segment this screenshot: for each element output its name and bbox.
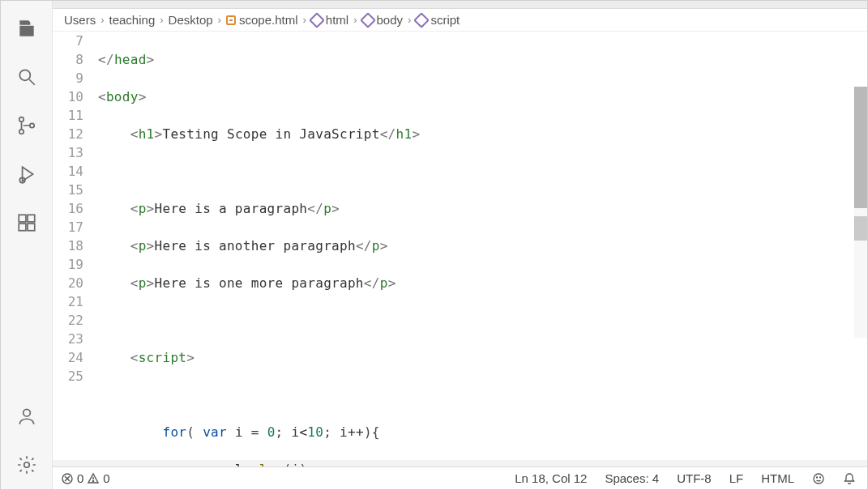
breadcrumb-label: Desktop <box>169 13 213 27</box>
svg-rect-9 <box>19 224 26 231</box>
line-number: 23 <box>53 330 83 348</box>
svg-point-3 <box>19 130 23 134</box>
line-number: 25 <box>53 367 83 386</box>
error-count[interactable]: 0 <box>77 471 83 485</box>
status-bar: 0 0 Ln 18, Col 12 Spaces: 4 UTF-8 LF HTM… <box>53 467 867 489</box>
code-line <box>98 386 867 404</box>
run-debug-icon[interactable] <box>7 155 46 194</box>
line-number: 12 <box>53 125 83 143</box>
warning-count[interactable]: 0 <box>103 471 109 485</box>
chevron-right-icon: › <box>160 14 163 26</box>
encoding[interactable]: UTF-8 <box>677 471 712 485</box>
file-html-icon <box>226 15 236 25</box>
explorer-icon[interactable] <box>7 9 46 48</box>
svg-point-19 <box>817 477 818 478</box>
notifications-icon[interactable] <box>843 472 856 485</box>
line-number: 10 <box>53 87 83 106</box>
svg-rect-8 <box>28 215 35 222</box>
chevron-right-icon: › <box>303 14 306 26</box>
svg-point-18 <box>814 474 823 484</box>
settings-gear-icon[interactable] <box>7 445 46 484</box>
svg-point-20 <box>820 477 821 478</box>
breadcrumb-label: Users <box>64 13 96 27</box>
scrollbar-track[interactable] <box>854 87 867 338</box>
breadcrumb-label: script <box>430 13 460 27</box>
chevron-right-icon: › <box>100 14 104 26</box>
line-number: 24 <box>53 348 83 367</box>
line-number: 22 <box>53 311 83 330</box>
main-column: Users › teaching › Desktop › scope.html … <box>53 1 867 489</box>
line-number: 17 <box>53 218 83 236</box>
breadcrumb-segment[interactable]: html <box>311 13 348 27</box>
code-line: <p>Here is another paragraph</p> <box>98 236 867 255</box>
line-number-gutter: 7 8 9 10 11 12 13 14 15 16 17 18 19 20 2… <box>53 32 98 467</box>
breadcrumb-segment[interactable]: Users <box>64 13 96 27</box>
line-number: 7 <box>53 32 83 50</box>
error-icon[interactable] <box>61 472 74 485</box>
svg-point-17 <box>93 480 94 481</box>
extensions-icon[interactable] <box>7 203 46 242</box>
warning-icon[interactable] <box>87 472 100 485</box>
code-line: for( var i = 0; i<10; i++){ <box>98 423 867 441</box>
svg-point-12 <box>24 462 29 468</box>
line-number: 15 <box>53 181 83 199</box>
breadcrumb[interactable]: Users › teaching › Desktop › scope.html … <box>53 9 867 32</box>
symbol-icon <box>309 12 325 28</box>
code-line: <body> <box>98 87 867 106</box>
svg-line-1 <box>29 79 35 85</box>
scrollbar-thumb[interactable] <box>854 87 867 208</box>
tab-strip[interactable] <box>53 1 867 9</box>
breadcrumb-label: html <box>326 13 348 27</box>
svg-rect-7 <box>19 215 26 222</box>
symbol-icon <box>414 12 430 28</box>
line-number: 18 <box>53 236 83 255</box>
symbol-icon <box>360 12 376 28</box>
code-line: <h1>Testing Scope in JavaScript</h1> <box>98 125 867 143</box>
line-number: 13 <box>53 143 83 162</box>
code-area[interactable]: </head> <body> <h1>Testing Scope in Java… <box>98 32 867 467</box>
line-number: 9 <box>53 69 83 87</box>
line-number: 8 <box>53 50 83 69</box>
code-line: <script> <box>98 348 867 367</box>
indentation[interactable]: Spaces: 4 <box>605 471 659 485</box>
line-number: 21 <box>53 292 83 311</box>
breadcrumb-label: teaching <box>109 13 156 27</box>
code-line <box>98 311 867 330</box>
line-number: 11 <box>53 106 83 125</box>
search-icon[interactable] <box>7 58 46 96</box>
line-number: 19 <box>53 255 83 274</box>
svg-point-4 <box>29 123 33 127</box>
breadcrumb-segment[interactable]: scope.html <box>226 13 298 27</box>
chevron-right-icon: › <box>218 14 221 26</box>
code-line <box>98 162 867 181</box>
svg-rect-10 <box>28 224 35 231</box>
activity-bar <box>1 1 53 489</box>
scrollbar-thumb[interactable] <box>854 216 867 241</box>
chevron-right-icon: › <box>408 14 411 26</box>
line-number: 20 <box>53 274 83 292</box>
eol[interactable]: LF <box>729 471 744 485</box>
code-line: </head> <box>98 50 867 69</box>
code-line: <p>Here is one more paragraph</p> <box>98 274 867 292</box>
account-icon[interactable] <box>7 397 46 436</box>
breadcrumb-segment[interactable]: body <box>362 13 404 27</box>
feedback-icon[interactable] <box>812 472 825 485</box>
breadcrumb-segment[interactable]: teaching <box>109 13 156 27</box>
code-editor[interactable]: 7 8 9 10 11 12 13 14 15 16 17 18 19 20 2… <box>53 32 867 467</box>
breadcrumb-label: scope.html <box>239 13 298 27</box>
cursor-position[interactable]: Ln 18, Col 12 <box>515 471 587 485</box>
code-line: <p>Here is a paragraph</p> <box>98 199 867 218</box>
language-mode[interactable]: HTML <box>761 471 794 485</box>
svg-point-11 <box>23 409 30 416</box>
source-control-icon[interactable] <box>7 106 46 145</box>
svg-point-2 <box>19 117 23 121</box>
editor-window: Users › teaching › Desktop › scope.html … <box>0 0 868 490</box>
breadcrumb-segment[interactable]: Desktop <box>169 13 213 27</box>
breadcrumb-segment[interactable]: script <box>416 13 460 27</box>
chevron-right-icon: › <box>353 14 357 26</box>
line-number: 14 <box>53 162 83 181</box>
breadcrumb-label: body <box>377 13 404 27</box>
line-number: 16 <box>53 199 83 218</box>
svg-point-0 <box>19 70 30 80</box>
code-line: console.log(i); <box>98 460 867 467</box>
